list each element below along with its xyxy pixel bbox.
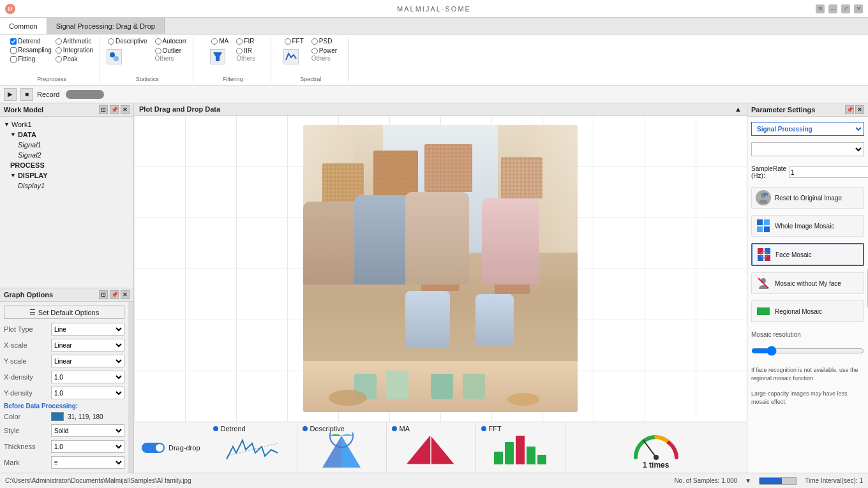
- graph-options-close-btn[interactable]: ✕: [121, 290, 130, 299]
- tree-item-signal1[interactable]: Signal1: [0, 140, 133, 150]
- arithmetic-radio[interactable]: [56, 38, 62, 45]
- fitting-checkbox[interactable]: [10, 56, 17, 63]
- ma-radio[interactable]: [211, 38, 218, 45]
- work-model-restore-btn[interactable]: ⊡: [99, 105, 108, 114]
- strip-item-descriptive[interactable]: Descriptive: [297, 422, 387, 473]
- tree-label-signal2: Signal2: [18, 151, 41, 159]
- tree-item-display[interactable]: ▼ DISPLAY: [0, 170, 133, 181]
- integration-radio-label[interactable]: Integration: [54, 46, 94, 54]
- strip-item-detrend[interactable]: Detrend: [208, 422, 297, 473]
- outlier-radio-label[interactable]: Outlier: [154, 47, 188, 55]
- psd-radio[interactable]: [311, 38, 318, 45]
- dragdrop-toggle[interactable]: [142, 443, 165, 453]
- thickness-label: Thickness: [4, 443, 49, 450]
- status-progress-bar: [759, 477, 797, 485]
- psd-radio-label[interactable]: PSD: [310, 37, 338, 45]
- power-radio-label[interactable]: Power: [310, 47, 338, 55]
- whole-mosaic-button[interactable]: Whole Image Mosaic: [751, 215, 864, 237]
- set-default-button[interactable]: ☰ Set Default Options: [4, 306, 124, 319]
- play-button[interactable]: ▶: [4, 88, 17, 101]
- signal-processing-dropdown[interactable]: Signal Processing: [751, 122, 864, 136]
- strip-item-ma[interactable]: MA: [387, 422, 476, 473]
- peak-radio[interactable]: [56, 56, 62, 63]
- stop-button[interactable]: ■: [20, 88, 33, 101]
- title-controls[interactable]: ⊡ — ⤢ ✕: [816, 4, 863, 13]
- resampling-checkbox[interactable]: [10, 47, 17, 54]
- toggle-knob: [156, 444, 163, 452]
- work-model-pin-btn[interactable]: 📌: [110, 105, 119, 114]
- face-mosaic-button[interactable]: Face Mosaic: [751, 243, 864, 266]
- right-panel-close-btn[interactable]: ✕: [855, 105, 864, 114]
- tree-item-signal2[interactable]: Signal2: [0, 150, 133, 160]
- down-arrow-icon[interactable]: ▼: [745, 477, 751, 484]
- arithmetic-radio-label[interactable]: Arithmetic: [54, 37, 94, 45]
- close-button[interactable]: ✕: [854, 4, 863, 13]
- fitting-checkbox-label[interactable]: Fitting: [9, 55, 53, 63]
- work-model-section: Work Model ⊡ 📌 ✕ ▼ Work1 ▼ DATA Signal1: [0, 103, 133, 288]
- thickness-select[interactable]: 1.02.0: [51, 440, 124, 453]
- param-dropdown-secondary[interactable]: [751, 142, 864, 156]
- table-surface: [303, 361, 578, 412]
- tab-signal-processing[interactable]: Signal Processing: Drag & Drop: [47, 18, 165, 34]
- svg-rect-16: [757, 226, 763, 232]
- tab-common[interactable]: Common: [0, 18, 47, 34]
- graph-options-restore-btn[interactable]: ⊡: [99, 290, 108, 299]
- graph-options-pin-btn[interactable]: 📌: [110, 290, 119, 299]
- color-swatch[interactable]: [51, 412, 64, 421]
- peak-radio-label[interactable]: Peak: [54, 55, 94, 63]
- restore-button[interactable]: ⊡: [816, 4, 825, 13]
- xscale-select[interactable]: LinearLog: [51, 339, 124, 351]
- reset-original-button[interactable]: ↺ Reset to Original Image: [751, 187, 864, 209]
- svg-point-22: [761, 251, 767, 258]
- maximize-button[interactable]: ⤢: [841, 4, 850, 13]
- center-panel-collapse-btn[interactable]: ▲: [735, 105, 742, 113]
- iir-radio[interactable]: [236, 48, 243, 54]
- ydensity-select[interactable]: 1.02.00.5: [51, 387, 124, 399]
- autocorr-radio[interactable]: [155, 38, 161, 45]
- right-panel-pin-btn[interactable]: 📌: [845, 105, 854, 114]
- record-label: Record: [37, 91, 59, 98]
- detrend-checkbox[interactable]: [10, 38, 17, 45]
- mark-select[interactable]: ≡○: [51, 456, 124, 469]
- tree-item-work1[interactable]: ▼ Work1: [0, 119, 133, 129]
- sample-rate-input[interactable]: [789, 166, 868, 178]
- drop-area[interactable]: [134, 115, 747, 422]
- plot-type-select[interactable]: LineBarScatter: [51, 323, 124, 336]
- fft-radio[interactable]: [285, 38, 291, 45]
- spectral-others-label: Others: [311, 55, 338, 62]
- mark-label: Mark: [4, 459, 49, 466]
- fir-radio-label[interactable]: FIR: [235, 37, 255, 45]
- fir-radio[interactable]: [236, 38, 243, 45]
- strip-item-gauge[interactable]: 1 times: [565, 422, 747, 473]
- regional-mosaic-button[interactable]: Regional Mosaic: [751, 300, 864, 322]
- tree-item-process[interactable]: PROCESS: [0, 160, 133, 170]
- samples-control: ▼: [745, 477, 751, 484]
- tree-label-signal1: Signal1: [18, 141, 41, 149]
- resampling-checkbox-label[interactable]: Resampling: [9, 46, 53, 54]
- ma-radio-label[interactable]: MA: [210, 37, 230, 45]
- minimize-button[interactable]: —: [828, 4, 837, 13]
- left-scrollbar[interactable]: [128, 302, 133, 473]
- descriptive-radio[interactable]: [108, 38, 114, 45]
- right-panel-body: Signal Processing SampleRate (Hz): ↺: [747, 117, 868, 411]
- tree-item-display1[interactable]: Display1: [0, 181, 133, 191]
- mosaic-without-button[interactable]: Mosaic without My face: [751, 272, 864, 294]
- fft-radio-label[interactable]: FFT: [283, 37, 305, 45]
- svg-point-10: [654, 455, 659, 460]
- outlier-radio[interactable]: [155, 48, 161, 54]
- strip-item-fft[interactable]: FFT: [476, 422, 565, 473]
- power-radio[interactable]: [311, 48, 318, 54]
- yscale-select[interactable]: LinearLog: [51, 355, 124, 367]
- iir-radio-label[interactable]: IIR: [235, 47, 255, 55]
- work-model-close-btn[interactable]: ✕: [121, 105, 130, 114]
- descriptive-radio-label[interactable]: Descriptive: [107, 37, 148, 45]
- xdensity-select[interactable]: 1.02.00.5: [51, 371, 124, 383]
- autocorr-radio-label[interactable]: Autocorr: [154, 37, 188, 45]
- file-path: C:\Users\Administrator\Documents\Malmija…: [5, 477, 191, 484]
- tree-item-data[interactable]: ▼ DATA: [0, 129, 133, 140]
- mosaic-without-label: Mosaic without My face: [775, 280, 841, 287]
- integration-radio[interactable]: [56, 47, 62, 54]
- resolution-slider[interactable]: [751, 346, 864, 356]
- detrend-checkbox-label[interactable]: Detrend: [9, 37, 53, 45]
- style-select[interactable]: SolidDash: [51, 424, 124, 437]
